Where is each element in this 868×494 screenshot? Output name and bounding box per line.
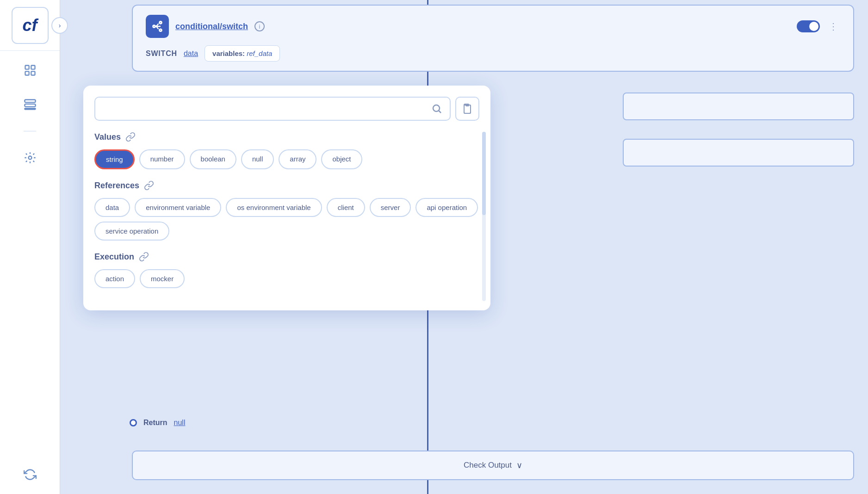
execution-link-icon: [139, 252, 149, 262]
check-output-bar[interactable]: Check Output ∨: [132, 451, 854, 480]
tag-service-operation[interactable]: service operation: [94, 222, 169, 241]
svg-point-10: [160, 29, 162, 31]
values-tags-row: string number boolean null array object: [94, 149, 479, 169]
info-icon[interactable]: i: [254, 21, 265, 31]
sidebar-icon-grid[interactable]: [20, 60, 40, 80]
svg-rect-4: [25, 100, 35, 103]
references-section-title: References: [94, 181, 139, 191]
logo-icon: cf: [22, 16, 37, 35]
tag-os-environment-variable[interactable]: os environment variable: [226, 198, 322, 217]
svg-point-7: [28, 156, 31, 160]
switch-node-icon: [146, 15, 169, 38]
logo-box: cf: [12, 7, 49, 44]
svg-point-11: [433, 105, 440, 111]
clipboard-button[interactable]: [455, 97, 479, 121]
tag-action[interactable]: action: [94, 269, 135, 288]
svg-rect-5: [25, 104, 35, 107]
tag-server[interactable]: server: [370, 198, 411, 217]
tag-client[interactable]: client: [327, 198, 365, 217]
variables-value: ref_data: [247, 49, 272, 57]
scroll-track: [482, 132, 486, 301]
tag-string[interactable]: string: [94, 149, 135, 169]
search-input-wrapper: [94, 97, 451, 121]
values-section-title: Values: [94, 132, 121, 142]
sidebar-collapse-button[interactable]: ›: [51, 17, 68, 34]
sidebar-icon-settings[interactable]: [20, 148, 40, 168]
search-input[interactable]: [103, 105, 431, 113]
chevron-down-icon: ∨: [516, 460, 522, 470]
search-icon[interactable]: [431, 103, 442, 114]
tag-array[interactable]: array: [279, 149, 316, 169]
sidebar-logo-area: cf ›: [0, 0, 60, 51]
switch-node-title[interactable]: conditional/switch: [175, 22, 248, 31]
values-section-header: Values: [94, 132, 479, 142]
right-panel-input: [623, 93, 854, 120]
switch-node-card: conditional/switch i ⋮ SWITCH data varia…: [132, 5, 854, 72]
svg-rect-6: [25, 108, 35, 109]
more-options-icon[interactable]: ⋮: [826, 19, 840, 33]
execution-section-header: Execution: [94, 252, 479, 262]
values-link-icon: [125, 132, 136, 142]
tag-object[interactable]: object: [321, 149, 362, 169]
search-area: [94, 97, 479, 121]
return-label: Return: [143, 419, 167, 427]
right-panel-mid: [623, 139, 854, 167]
tag-number[interactable]: number: [139, 149, 185, 169]
references-tags-row: data environment variable os environment…: [94, 198, 479, 241]
value-type-dropdown: Values string number boolean null array …: [83, 86, 490, 310]
flow-canvas: conditional/switch i ⋮ SWITCH data varia…: [60, 0, 868, 494]
tag-boolean[interactable]: boolean: [190, 149, 236, 169]
toggle-switch[interactable]: [797, 20, 820, 32]
execution-tags-row: action mocker: [94, 269, 479, 288]
tag-mocker[interactable]: mocker: [140, 269, 185, 288]
svg-point-9: [153, 25, 155, 28]
tag-environment-variable[interactable]: environment variable: [135, 198, 221, 217]
references-section-header: References: [94, 180, 479, 191]
scroll-thumb[interactable]: [482, 132, 486, 215]
sidebar: cf ›: [0, 0, 60, 494]
sidebar-bottom: [20, 455, 40, 494]
execution-section-title: Execution: [94, 252, 134, 262]
svg-rect-0: [25, 66, 29, 69]
sidebar-icon-layers[interactable]: [20, 94, 40, 115]
sidebar-nav: [20, 51, 40, 455]
tag-null[interactable]: null: [241, 149, 274, 169]
switch-data-link[interactable]: data: [184, 49, 198, 58]
null-link[interactable]: null: [174, 419, 186, 427]
references-link-icon: [144, 180, 154, 191]
switch-keyword: SWITCH: [146, 49, 177, 58]
sidebar-icon-refresh[interactable]: [20, 464, 40, 485]
variables-label: variables:: [212, 49, 245, 57]
tag-data[interactable]: data: [94, 198, 130, 217]
svg-rect-1: [31, 66, 35, 69]
return-connector-dot: [130, 419, 137, 426]
svg-rect-3: [31, 71, 35, 75]
variables-pill: variables: ref_data: [205, 45, 280, 62]
check-output-label: Check Output: [464, 461, 512, 470]
sidebar-divider: [24, 131, 36, 131]
svg-rect-2: [25, 71, 29, 75]
svg-point-8: [160, 22, 162, 24]
tag-api-operation[interactable]: api operation: [415, 198, 478, 217]
return-row: Return null: [130, 419, 185, 427]
